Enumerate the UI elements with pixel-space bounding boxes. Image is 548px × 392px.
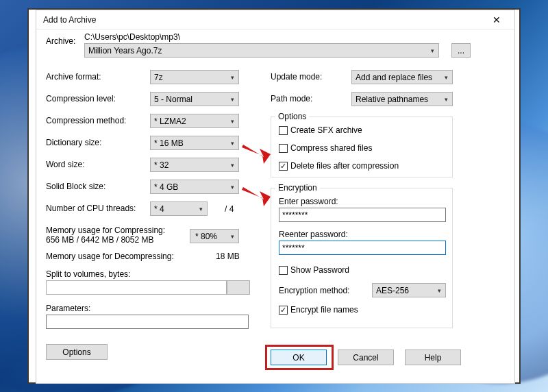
threads-total: / 4 (225, 204, 234, 214)
titlebar: Add to Archive ✕ (36, 10, 514, 29)
annotation-arrow-icon (240, 140, 271, 164)
shared-label: Compress shared files (290, 143, 372, 153)
pw2-input[interactable] (279, 241, 446, 255)
showpw-checkbox[interactable] (279, 266, 288, 275)
annotation-arrow-icon (240, 183, 271, 206)
archive-path-text: C:\Users\pc\Desktop\mp3\ (84, 32, 180, 42)
update-mode-value: Add and replace files (356, 73, 432, 82)
level-value: 5 - Normal (154, 95, 192, 104)
method-label: Compression method: (46, 116, 126, 125)
options-group-legend: Options (275, 112, 309, 121)
delete-after-checkbox[interactable] (279, 162, 288, 171)
encmethod-label: Encryption method: (279, 286, 349, 295)
split-dropdown-button[interactable] (227, 280, 250, 295)
format-combo[interactable] (150, 70, 239, 84)
help-button[interactable]: Help (405, 350, 461, 365)
path-mode-label: Path mode: (271, 94, 312, 103)
method-value: * LZMA2 (154, 117, 186, 126)
showpw-label: Show Password (290, 265, 349, 275)
mem-compress-value: 656 MB / 6442 MB / 8052 MB (46, 235, 153, 245)
threads-label: Number of CPU threads: (46, 204, 136, 213)
split-label: Split to volumes, bytes: (46, 269, 130, 279)
params-input[interactable] (46, 315, 249, 329)
sfx-checkbox[interactable] (279, 126, 288, 135)
options-button[interactable]: Options (46, 344, 108, 360)
split-combo[interactable] (46, 280, 227, 295)
threads-value: * 4 (154, 204, 164, 214)
encmethod-value: AES-256 (376, 286, 409, 295)
dict-label: Dictionary size: (46, 138, 101, 147)
archive-file-combo-value: Million Years Ago.7z (88, 46, 162, 56)
mem-decompress-value: 18 MB (216, 252, 240, 261)
params-label: Parameters: (46, 304, 90, 313)
dialog-add-to-archive: Add to Archive ✕ Archive: C:\Users\pc\De… (36, 10, 515, 384)
level-label: Compression level: (46, 94, 116, 103)
close-button[interactable]: ✕ (483, 12, 510, 27)
shared-checkbox-row[interactable]: Compress shared files (279, 143, 372, 153)
encnames-checkbox[interactable] (279, 306, 288, 315)
block-label: Solid Block size: (46, 182, 105, 191)
pw2-label: Reenter password: (279, 230, 348, 239)
word-value: * 32 (154, 160, 169, 170)
format-value: 7z (154, 73, 163, 82)
delete-after-checkbox-row[interactable]: Delete files after compression (279, 161, 399, 171)
sfx-label: Create SFX archive (290, 125, 362, 135)
dict-value: * 16 MB (154, 138, 184, 148)
screenshot-frame: Add to Archive ✕ Archive: C:\Users\pc\De… (27, 8, 521, 384)
encnames-label: Encrypt file names (290, 305, 358, 315)
close-icon: ✕ (493, 14, 501, 25)
mem-compress-label: Memory usage for Compressing: (46, 225, 165, 235)
sfx-checkbox-row[interactable]: Create SFX archive (279, 125, 362, 135)
mem-decompress-label: Memory usage for Decompressing: (46, 252, 174, 261)
pw1-label: Enter password: (279, 197, 338, 206)
encryption-group-legend: Encryption (275, 183, 320, 193)
word-label: Word size: (46, 160, 84, 169)
showpw-checkbox-row[interactable]: Show Password (279, 265, 349, 275)
block-value: * 4 GB (154, 182, 178, 192)
browse-button[interactable]: ... (451, 43, 471, 58)
ok-button[interactable]: OK (271, 350, 327, 365)
shared-checkbox[interactable] (279, 144, 288, 153)
path-mode-value: Relative pathnames (356, 95, 428, 104)
update-mode-label: Update mode: (271, 72, 322, 82)
archive-label: Archive: (46, 36, 75, 46)
pw1-input[interactable] (279, 208, 446, 222)
mem-pct-value: * 80% (195, 232, 217, 241)
window-title: Add to Archive (43, 15, 483, 25)
dialog-body: Archive: C:\Users\pc\Desktop\mp3\ Millio… (43, 31, 508, 376)
cancel-button[interactable]: Cancel (338, 350, 394, 365)
format-label: Archive format: (46, 72, 101, 82)
encnames-checkbox-row[interactable]: Encrypt file names (279, 305, 358, 315)
delete-after-label: Delete files after compression (290, 161, 399, 171)
